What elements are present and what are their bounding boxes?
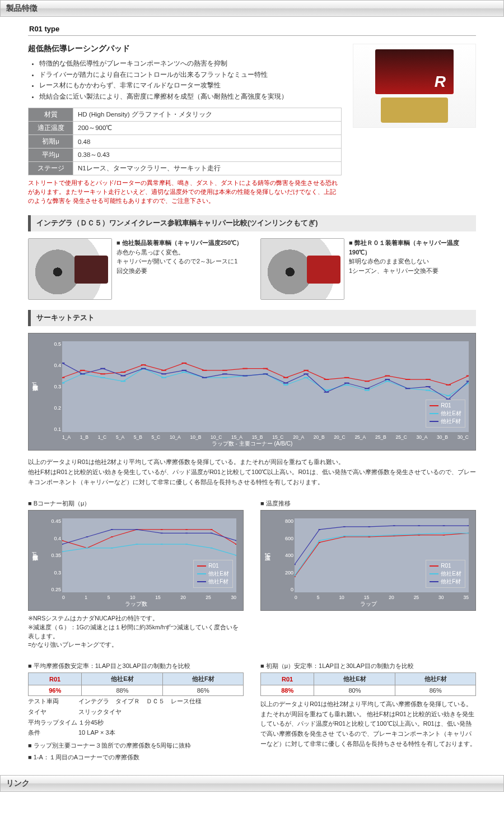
svg-rect-52 xyxy=(263,374,268,375)
cmp-left-title: 平均摩擦係数安定率：1LAP目と30LAP目の制動力を比較 xyxy=(28,662,244,670)
bullet: ドライバーが踏力により自在にコントロールが出来るフラットなミュー特性 xyxy=(39,69,342,81)
caliper-image-other xyxy=(28,238,112,300)
svg-rect-58 xyxy=(385,379,390,381)
comp-title: ■ 他社製品装着車輌（キャリパー温度250℃） xyxy=(116,238,244,248)
svg-rect-29 xyxy=(222,377,227,378)
svg-rect-18 xyxy=(426,379,431,381)
chart-xlabel: ラップ数 - 主要コーナー (A/B/C) xyxy=(29,440,475,448)
svg-rect-80 xyxy=(86,536,88,537)
svg-rect-37 xyxy=(385,381,390,382)
caliper-image-r01 xyxy=(260,238,344,300)
comp-line: キャリパーが開いてくるので2～3レースに1回交換必要 xyxy=(116,257,244,275)
warning-text: ストリートで使用するとパッド/ローターの異常摩耗、鳴き、ダスト、ダストによる錆等… xyxy=(28,179,342,205)
svg-rect-107 xyxy=(393,526,395,527)
brake-pad-icon xyxy=(381,98,448,123)
cmp-right-title: 初期（μ）安定率：1LAP目と30LAP目の制動力を比較 xyxy=(260,662,476,670)
svg-rect-76 xyxy=(185,544,188,545)
chart-note: 以上のデータよりR01は他社2材より平均して高い摩擦係数を発揮している。またそれ… xyxy=(28,457,476,487)
kv-k: テスト車両 xyxy=(28,696,78,707)
svg-rect-39 xyxy=(426,390,431,391)
svg-rect-89 xyxy=(343,536,346,537)
chart-xlabel: ラップ数 xyxy=(29,600,243,608)
svg-rect-10 xyxy=(263,368,268,369)
chart-yticks: 8006004002000 xyxy=(280,518,293,592)
svg-rect-73 xyxy=(111,548,113,549)
test-note: ラップ別主要コーナー３箇所での摩擦係数を5周毎に抜粋 xyxy=(28,741,244,750)
spec-val: 0.48 xyxy=(73,135,342,149)
svg-rect-27 xyxy=(181,372,186,373)
cmp-h: R01 xyxy=(261,673,314,685)
chart-xticks: 0151015202530 xyxy=(62,595,236,600)
svg-rect-26 xyxy=(161,377,166,378)
chart-xticks: 1_A1_B1_C5_A5_B5_C10_A10_B10_C15_A15_B15… xyxy=(62,434,469,440)
svg-rect-103 xyxy=(295,564,296,565)
svg-rect-67 xyxy=(161,529,163,530)
svg-rect-13 xyxy=(324,379,329,381)
svg-rect-57 xyxy=(365,388,370,389)
caliper-compare: ■ 他社製品装着車輌（キャリパー温度250℃） 赤色から黒っぽく変色。 キャリパ… xyxy=(28,238,476,300)
svg-rect-87 xyxy=(295,576,296,577)
bullet: 焼結合金に近い製法により、高密度に摩擦材を成型（高い耐熱性と高強度を実現） xyxy=(39,91,342,103)
svg-rect-65 xyxy=(111,536,113,537)
svg-rect-84 xyxy=(185,533,188,534)
svg-rect-82 xyxy=(136,529,138,530)
svg-rect-62 xyxy=(466,381,469,382)
spec-head: 適正温度 xyxy=(29,122,73,135)
svg-rect-70 xyxy=(235,544,236,545)
content: R01 type 超低熱伝導レーシングパッド 特徴的な低熱伝導性がブレーキコンポ… xyxy=(0,17,504,775)
cmp-h: 他社E材 xyxy=(314,673,395,685)
chart-xticks: 05101520253035 xyxy=(295,595,469,600)
svg-rect-81 xyxy=(111,529,113,530)
chart-ylabel: 摩擦係数 μ xyxy=(31,381,39,386)
kv-k: 平均ラップタイム xyxy=(28,717,78,728)
svg-rect-101 xyxy=(443,533,445,534)
cmp-v: 88% xyxy=(261,685,314,696)
band-caliper: インテグラ（ＤＣ５）ワンメイクレース参戦車輌キャリパー比較(ツインリンクもてぎ) xyxy=(28,215,476,231)
svg-rect-49 xyxy=(202,377,207,378)
svg-rect-17 xyxy=(405,379,410,381)
chart-xlabel: ラップ xyxy=(261,600,475,608)
spec-val: N1レース、ターマックラリー、サーキット走行 xyxy=(73,162,342,175)
svg-rect-68 xyxy=(185,529,188,530)
kv-v: スリックタイヤ xyxy=(78,707,122,717)
svg-rect-78 xyxy=(235,555,236,556)
svg-rect-110 xyxy=(468,526,469,527)
cmp-h: R01 xyxy=(29,673,82,685)
svg-rect-104 xyxy=(319,529,321,530)
svg-rect-40 xyxy=(446,396,451,397)
svg-rect-93 xyxy=(443,535,445,536)
svg-rect-51 xyxy=(242,375,248,377)
svg-rect-36 xyxy=(365,390,370,391)
svg-rect-92 xyxy=(418,535,420,536)
spec-val: HD (High Density) グラファイト・メタリック xyxy=(73,108,342,122)
svg-rect-86 xyxy=(235,540,236,541)
svg-rect-71 xyxy=(62,551,63,553)
chart-main: 摩擦係数 μ 0.50.40.30.20.1 1_A1_B1_C5_A5_B5_… xyxy=(28,333,476,451)
section-features: 製品特徴 xyxy=(0,0,504,17)
svg-rect-83 xyxy=(161,533,163,534)
feature-bullets: 特徴的な低熱伝導性がブレーキコンポーネンツへの熱害を抑制 ドライバーが踏力により… xyxy=(28,58,342,102)
svg-rect-98 xyxy=(368,536,370,537)
chart-legend: R01他社E材他社F材 xyxy=(426,400,465,428)
svg-rect-20 xyxy=(466,375,469,377)
svg-rect-105 xyxy=(343,526,346,527)
bullet: 特徴的な低熱伝導性がブレーキコンポーネンツへの熱害を抑制 xyxy=(39,58,342,69)
kv-k: 条件 xyxy=(28,727,78,738)
bullet: レース材にもかかわらず、非常にマイルドなローター攻撃性 xyxy=(39,80,342,91)
svg-rect-4 xyxy=(141,365,146,366)
cmp-h: 他社E材 xyxy=(82,673,163,685)
svg-rect-63 xyxy=(62,540,63,541)
svg-rect-46 xyxy=(141,368,146,369)
cmp-right-table: R01他社E材他社F材 88%80%86% xyxy=(260,672,476,696)
cmp-v: 86% xyxy=(395,685,476,696)
svg-rect-99 xyxy=(393,535,395,536)
svg-rect-45 xyxy=(121,375,126,377)
svg-rect-75 xyxy=(161,544,163,545)
svg-rect-90 xyxy=(368,536,370,537)
svg-rect-47 xyxy=(161,374,166,375)
section-link: リンク xyxy=(0,775,504,792)
svg-rect-11 xyxy=(283,377,288,378)
cmp-h: 他社F材 xyxy=(163,673,244,685)
sub-title: 超低熱伝導レーシングパッド xyxy=(28,44,342,54)
svg-rect-2 xyxy=(100,374,105,375)
